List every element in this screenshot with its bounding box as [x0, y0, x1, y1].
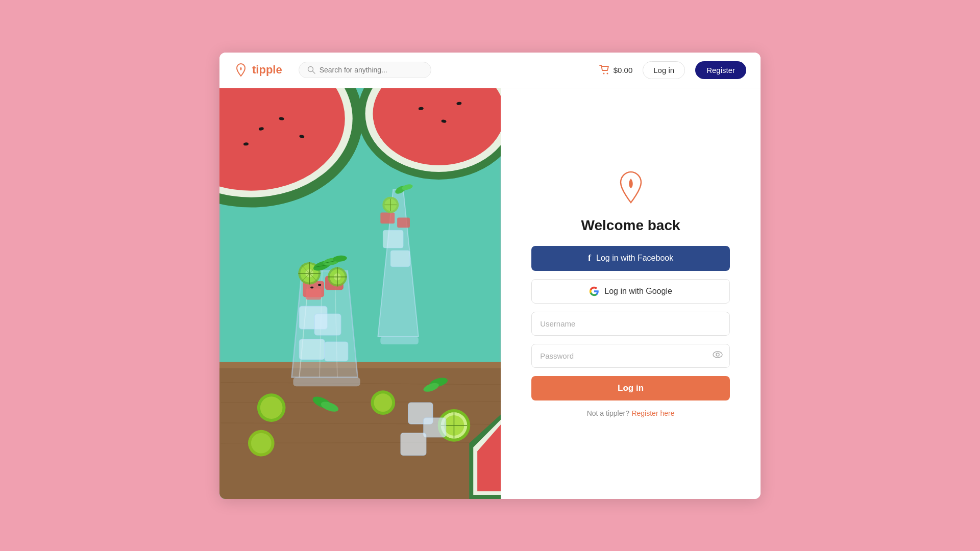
not-tippler-text: Not a tippler? — [587, 409, 629, 417]
image-panel — [219, 88, 501, 499]
svg-rect-26 — [390, 251, 410, 267]
brand-logo-large — [613, 169, 649, 205]
cart-amount: $0.00 — [614, 66, 633, 74]
cart-area[interactable]: $0.00 — [599, 65, 633, 75]
svg-point-68 — [251, 433, 272, 453]
password-input[interactable] — [531, 344, 730, 368]
navbar-register-button[interactable]: Register — [695, 61, 746, 79]
svg-rect-6 — [219, 362, 501, 368]
navbar: tipple $0.00 Log in Register — [219, 53, 761, 88]
svg-point-70 — [374, 393, 392, 412]
register-here-link[interactable]: Register here — [631, 409, 674, 417]
search-area[interactable] — [299, 62, 431, 78]
svg-point-84 — [716, 353, 719, 356]
svg-rect-38 — [293, 377, 360, 386]
svg-point-2 — [603, 73, 604, 74]
login-submit-button[interactable]: Log in — [531, 376, 730, 400]
svg-rect-78 — [401, 433, 426, 455]
google-g-icon — [589, 286, 599, 296]
navbar-login-button[interactable]: Log in — [643, 61, 685, 79]
eye-icon[interactable] — [713, 349, 723, 362]
search-icon — [307, 66, 315, 74]
svg-rect-27 — [380, 212, 395, 223]
svg-point-66 — [260, 396, 283, 419]
nav-right: $0.00 Log in Register — [599, 61, 746, 79]
svg-rect-24 — [380, 336, 419, 344]
svg-rect-40 — [314, 314, 341, 335]
facebook-f-icon: f — [588, 253, 591, 264]
svg-rect-45 — [306, 288, 321, 299]
svg-rect-41 — [299, 339, 325, 359]
login-panel: Welcome back f Log in with Facebook Log … — [501, 88, 761, 499]
tipple-logo-icon — [234, 63, 248, 77]
welcome-title: Welcome back — [581, 217, 680, 234]
cart-icon — [599, 65, 610, 75]
svg-point-47 — [318, 284, 321, 286]
cocktail-image — [219, 88, 501, 499]
logo-text: tipple — [252, 63, 282, 77]
register-link-area: Not a tippler? Register here — [587, 409, 675, 418]
google-login-button[interactable]: Log in with Google — [531, 279, 730, 304]
password-wrapper — [531, 344, 730, 368]
svg-point-3 — [606, 73, 608, 74]
svg-point-46 — [310, 286, 313, 288]
logo-area[interactable]: tipple — [234, 63, 282, 77]
facebook-btn-label: Log in with Facebook — [596, 254, 673, 263]
svg-line-1 — [312, 71, 315, 74]
svg-rect-42 — [325, 341, 348, 361]
svg-rect-77 — [424, 417, 446, 437]
svg-rect-28 — [397, 217, 410, 228]
card-body: Welcome back f Log in with Facebook Log … — [219, 88, 761, 499]
svg-point-83 — [713, 352, 722, 358]
google-btn-label: Log in with Google — [604, 287, 672, 296]
main-card: tipple $0.00 Log in Register — [219, 53, 761, 499]
facebook-login-button[interactable]: f Log in with Facebook — [531, 246, 730, 271]
svg-rect-25 — [383, 230, 403, 248]
username-input[interactable] — [531, 312, 730, 336]
search-input[interactable] — [320, 66, 423, 74]
